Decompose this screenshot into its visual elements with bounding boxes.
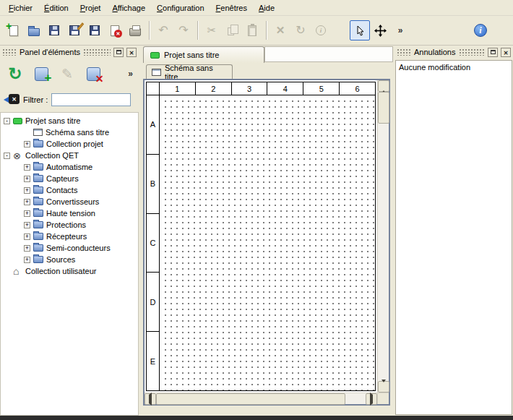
undo-list-item: Aucune modification [396, 61, 512, 74]
paste-icon [248, 25, 256, 36]
print-button[interactable] [125, 20, 145, 40]
dock-grip[interactable] [459, 48, 486, 56]
tree-item-collection-qet[interactable]: - Collection QET [1, 150, 138, 161]
select-mode-button[interactable] [350, 20, 370, 40]
float-icon [491, 50, 496, 54]
float-panel-button[interactable] [488, 48, 498, 57]
panel-toolbar-overflow-button[interactable]: » [126, 67, 134, 80]
expand-icon[interactable]: + [24, 257, 30, 263]
close-panel-button[interactable] [126, 48, 137, 57]
tab-projet-sans-titre[interactable]: Projet sans titre [143, 46, 264, 63]
filter-label: Filtrer : [23, 95, 48, 104]
expand-icon[interactable]: + [24, 176, 30, 182]
ruler-row: E [147, 332, 159, 390]
menu-fenetres[interactable]: Fenêtres [210, 1, 253, 15]
scroll-down-button[interactable] [378, 381, 389, 393]
ruler-column: 1 [160, 82, 196, 95]
paste-button[interactable] [242, 20, 262, 40]
reload-collections-button[interactable] [4, 63, 26, 85]
elements-panel-titlebar[interactable]: Panel d'éléments [0, 46, 139, 59]
save-button[interactable] [44, 20, 64, 40]
tree-item-collection-utilisateur[interactable]: Collection utilisateur [1, 265, 138, 277]
tree-item-capteurs[interactable]: + Capteurs [1, 173, 138, 184]
expand-icon[interactable]: + [24, 222, 30, 228]
project-icon [13, 118, 22, 124]
window-bottom-border [0, 416, 513, 420]
edit-element-button[interactable] [56, 63, 78, 85]
scroll-up-button[interactable] [378, 80, 389, 92]
undo-panel-titlebar[interactable]: Annulations [395, 46, 513, 59]
clear-filter-button[interactable] [4, 94, 20, 106]
collapse-icon[interactable]: - [4, 153, 10, 159]
tree-item-collection-projet[interactable]: + Collection projet [1, 138, 138, 150]
vertical-scrollbar[interactable] [377, 80, 389, 393]
expand-icon[interactable]: + [24, 210, 30, 217]
edit-element-icon [61, 66, 73, 82]
new-document-icon [9, 25, 18, 36]
open-button[interactable] [24, 20, 44, 40]
undo-button[interactable] [153, 20, 173, 40]
expand-icon[interactable]: + [24, 141, 30, 147]
horizontal-scroll-thumb[interactable] [156, 393, 345, 405]
cut-button[interactable] [202, 20, 222, 40]
dock-grip[interactable] [2, 48, 17, 56]
tree-item-schema-sans-titre[interactable]: Schéma sans titre [1, 127, 138, 138]
ruler-row: A [147, 95, 159, 155]
tree-item-convertisseurs[interactable]: + Convertisseurs [1, 196, 138, 207]
expander-spacer [4, 268, 10, 275]
menu-aide[interactable]: Aide [253, 1, 280, 15]
expand-icon[interactable]: + [24, 199, 30, 205]
tree-item-contacts[interactable]: + Contacts [1, 184, 138, 196]
float-panel-button[interactable] [113, 48, 124, 57]
dock-grip[interactable] [397, 48, 411, 56]
tree-item-protections[interactable]: + Protections [1, 219, 138, 231]
schema-view[interactable]: 1 2 3 4 5 6 A B C D E [143, 79, 390, 406]
delete-element-button[interactable] [82, 63, 104, 85]
collapse-icon[interactable]: - [4, 118, 10, 124]
menu-projet[interactable]: Projet [74, 1, 107, 15]
redo-button[interactable] [173, 20, 194, 40]
close-panel-button[interactable] [501, 48, 511, 57]
vertical-scroll-thumb[interactable] [378, 92, 389, 124]
undo-list[interactable]: Aucune modification [395, 60, 512, 415]
tree-item-semi-conducteurs[interactable]: + Semi-conducteurs [1, 242, 138, 254]
float-icon [116, 50, 121, 54]
scroll-left-button[interactable] [145, 393, 156, 405]
save-as-button[interactable] [64, 20, 85, 40]
tree-item-automatisme[interactable]: + Automatisme [1, 161, 138, 173]
toolbar-overflow-button[interactable]: » [390, 20, 410, 40]
rotate-button[interactable] [290, 20, 311, 40]
pan-mode-button[interactable] [370, 20, 390, 40]
menubar: Fichier Édition Projet Affichage Configu… [0, 0, 513, 16]
dock-grip[interactable] [83, 48, 111, 56]
menu-configuration[interactable]: Configuration [151, 1, 210, 15]
menu-affichage[interactable]: Affichage [106, 1, 151, 15]
arrow-down-icon [381, 382, 386, 391]
project-icon [150, 52, 160, 59]
schema-grid[interactable] [160, 96, 375, 390]
tree-item-sources[interactable]: + Sources [1, 254, 138, 265]
close-file-button[interactable] [105, 20, 125, 40]
menu-fichier[interactable]: Fichier [3, 1, 38, 15]
copy-button[interactable] [222, 20, 242, 40]
tree-item-projet-sans-titre[interactable]: - Projet sans titre [1, 115, 138, 127]
tree-item-recepteurs[interactable]: + Récepteurs [1, 231, 138, 242]
tree-item-haute-tension[interactable]: + Haute tension [1, 207, 138, 219]
expand-icon[interactable]: + [24, 164, 30, 171]
new-document-button[interactable] [4, 20, 24, 40]
expand-icon[interactable]: + [24, 233, 30, 240]
about-button[interactable] [470, 20, 491, 40]
element-info-button[interactable] [311, 20, 331, 40]
scroll-right-button[interactable] [366, 393, 377, 405]
new-element-button[interactable] [30, 63, 52, 85]
horizontal-scrollbar[interactable] [145, 393, 377, 404]
expand-icon[interactable]: + [24, 245, 30, 252]
tree-item-label: Convertisseurs [46, 197, 99, 206]
menu-edition[interactable]: Édition [38, 1, 74, 15]
expand-icon[interactable]: + [24, 187, 30, 194]
tab-schema-sans-titre[interactable]: Schéma sans titre [146, 64, 233, 79]
delete-button[interactable] [270, 20, 290, 40]
overflow-chevron-icon: » [398, 25, 403, 35]
filter-input[interactable] [51, 93, 131, 106]
save-all-button[interactable] [85, 20, 105, 40]
